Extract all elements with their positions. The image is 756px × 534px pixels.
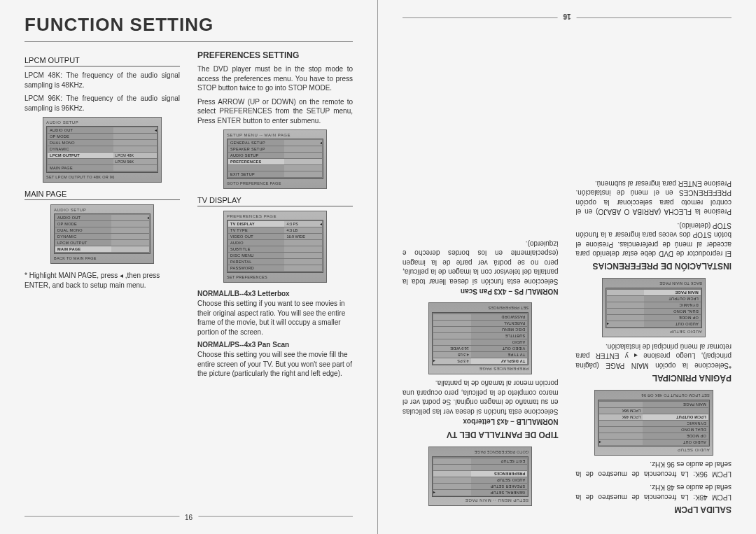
menu-row: DYNAMIC [599,420,708,426]
menu-cell-left: SPEAKER SETUP [228,146,284,153]
menu-cell-right [433,332,471,339]
menu-cell-right: 4:3 LB [284,227,322,234]
menu-row: AUDIO OUT [48,127,157,134]
letterbox-header-es: NORMAL/LB – 4x3 Letterbox [402,418,559,426]
menu-row: LPCM OUTPUTLPCM 48K [599,414,708,420]
menu-cell-right [111,240,149,246]
menu-cell-right [599,426,643,433]
menu-row: OP MODE [55,221,149,227]
menu-cell-right [599,433,643,439]
menu-cell-right: LPCM 48K [599,414,643,420]
menu-cell-left: GENERAL SETUP [228,140,284,146]
menu-cell-left: AUDIO OUT [48,127,113,134]
right-col2: SETUP MENU -- MAIN PAGEGENERAL SETUPSPEA… [402,175,559,521]
menu-inner: AUDIO OUTOP MODEDUAL MONODYNAMICLPCM OUT… [54,213,150,254]
menu-cell-left: PASSWORD [471,314,527,320]
menu-cell-right: 16:9 WIDE [433,345,471,351]
page-title: FUNCTION SETTING [24,14,353,36]
menu-cell-left: GENERAL SETUP [471,489,527,496]
menu-row: AUDIO [433,339,527,345]
arrow-hint-icon: ◂ [599,440,601,445]
menu-row: OP MODE [48,134,157,140]
menu-cell-right [433,339,471,345]
setup-main-menu-es: SETUP MENU -- MAIN PAGEGENERAL SETUPSPEA… [428,447,532,506]
menu-title: SETUP MENU -- MAIN PAGE [227,133,323,137]
menu-cell-right [111,234,149,240]
menu-cell-right [284,153,322,159]
menu-row: AUDIO [228,240,322,246]
menu-row: DISC MENU [433,326,527,332]
menu-row: EXIT SETUP [433,458,527,464]
menu-cell-right [113,165,157,171]
arrow-hint-icon: ◂ [320,221,322,226]
menu-row: PARENTAL [433,320,527,326]
menu-cell-left: DYNAMIC [643,420,708,426]
left-col1: LPCM OUTPUT LPCM 48K: The frequency of t… [24,50,180,383]
menu-row: PASSWORD [228,265,322,272]
audio-setup-menu-1: AUDIO SETUPAUDIO OUTOP MODEDUAL MONODYNA… [43,117,162,183]
menu-row: LPCM OUTPUTLPCM 48K [48,153,157,159]
menu-cell-left: TV TYPE [228,227,284,234]
menu-row: SPEAKER SETUP [433,483,527,489]
menu-cell-left: LPCM OUTPUT [643,414,708,420]
pref-p1: The DVD player must be in the stop mode … [197,64,353,93]
menu-cell-right [433,483,471,489]
menu-cell-left: AUDIO OUT [643,439,708,445]
page-number: 16 [179,514,198,521]
menu-row: LPCM OUTPUT [607,296,701,302]
menu-row: LPCM 96K [599,407,708,414]
menu-cell-right: 4:3 PS [433,358,471,364]
menu-inner: GENERAL SETUPSPEAKER SETUPAUDIO SETUPPRE… [227,139,323,179]
pagina-note: *Seleccione la opción MAIN PAGE (página … [576,342,732,371]
menu-cell-left: MAIN PAGE [644,290,700,296]
menu-row: TV TYPE4:3 LB [433,351,527,358]
audio-setup-menu-2: AUDIO SETUPAUDIO OUTOP MODEDUAL MONODYNA… [50,204,154,264]
menu-cell-left: LPCM OUTPUT [644,296,700,302]
left-col2: PREFERENCES SETTING The DVD player must … [197,50,353,383]
right-page-rotated: SALIDA LPCM LPCM 48K: La frecuencia de m… [378,0,756,534]
menu-row: AUDIO OUT [599,439,708,445]
menu-row [433,464,527,470]
menu-row: MAIN PAGE [48,165,157,171]
menu-cell-right [113,146,157,153]
arrow-hint-icon: ◂ [433,491,435,496]
menu-cell-right: LPCM 96K [113,159,157,165]
tv-display-header: TV DISPLAY [197,196,353,206]
menu-cell-left: PREFERENCES [471,470,527,477]
menu-footer: SET PREFERENCES [227,275,323,279]
arrow-hint-icon: ◂ [433,359,435,364]
menu-cell-right: LPCM 48K [113,153,157,159]
title-rule [24,41,353,42]
menu-cell-left [228,165,284,171]
menu-row: TV TYPE4:3 LB [228,227,322,234]
menu-row: MAIN PAGE [55,246,149,253]
menu-cell-left: PARENTAL [471,320,527,326]
menu-cell-right [284,246,322,253]
menu-cell-left: PREFERENCES [228,159,284,165]
letterbox-text: Choose this setting if you want to see m… [197,299,353,337]
menu-footer: GOTO PREFERENCE PAGE [227,181,323,185]
two-column-layout-es: SALIDA LPCM LPCM 48K: La frecuencia de m… [402,175,732,521]
menu-cell-right [284,146,322,153]
arrow-hint-icon: ◂ [147,215,149,220]
menu-row: AUDIO OUT [607,321,701,328]
menu-cell-left: LPCM OUTPUT [55,240,111,246]
menu-cell-left: AUDIO [228,240,284,246]
menu-row: AUDIO SETUP [228,153,322,159]
menu-cell-left: SUBTITLE [471,332,527,339]
audio-setup-menu-es-2: AUDIO SETUPAUDIO OUTOP MODEDUAL MONODYNA… [602,279,706,338]
menu-row: DUAL MONO [48,140,157,146]
menu-cell-right [113,134,157,140]
menu-row: LPCM OUTPUT [55,240,149,246]
audio-setup-menu-es-1: AUDIO SETUPAUDIO OUTOP MODEDUAL MONODYNA… [594,390,713,456]
menu-cell-right [111,221,149,227]
panscan-text: Choose this setting you will see the mov… [197,350,353,379]
menu-row: DYNAMIC [607,302,701,309]
lpcm-output-header: LPCM OUTPUT [24,56,180,66]
menu-row: OP MODE [607,315,701,321]
right-col1: SALIDA LPCM LPCM 48K: La frecuencia de m… [576,175,732,521]
menu-cell-left: AUDIO SETUP [471,477,527,483]
menu-row: PASSWORD [433,314,527,320]
menu-row: TV DISPLAY4:3 PS [433,358,527,364]
menu-row: AUDIO OUT [55,215,149,221]
